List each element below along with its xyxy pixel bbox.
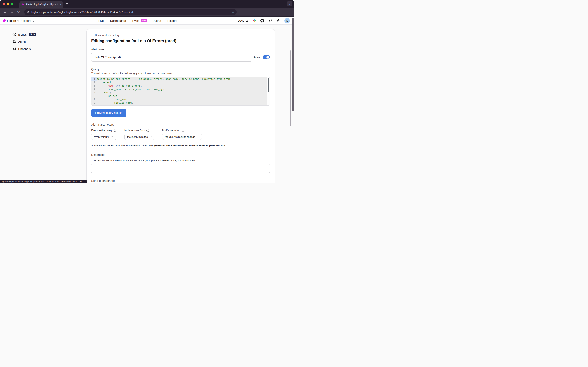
back-icon[interactable]: ←: [3, 10, 6, 14]
active-toggle[interactable]: [263, 55, 270, 59]
close-window-button[interactable]: [3, 3, 5, 5]
logfire-logo-icon: [2, 19, 6, 23]
forward-icon[interactable]: →: [10, 10, 13, 14]
code-lines: 1select round(num_errors, -2) as approx_…: [91, 77, 270, 106]
traffic-lights: [3, 3, 13, 5]
alert-edit-panel: Back to alerts history Editing configura…: [86, 29, 275, 184]
browser-menu-icon[interactable]: ⋮: [289, 10, 292, 13]
breadcrumb: Logfire / logfire: [3, 17, 34, 25]
theme-toggle-sun-icon[interactable]: [269, 19, 272, 22]
include-rows-select[interactable]: the last 5 minutes: [124, 134, 154, 140]
sidebar-item-channels[interactable]: Channels: [12, 46, 57, 52]
nav-evals[interactable]: Evals beta: [132, 19, 147, 22]
tab-close-icon[interactable]: ✕: [60, 3, 62, 6]
logfire-favicon: [21, 3, 24, 6]
help-icon[interactable]: ?: [146, 129, 149, 132]
sidebar-item-label: Channels: [18, 47, 31, 50]
query-subtitle: You will be alerted when the following q…: [91, 72, 270, 75]
page-scrollbar-thumb[interactable]: [292, 18, 294, 111]
tab-title: Alerts · logfire/logfire · Pydant: [26, 3, 59, 6]
query-heading: Query: [91, 67, 270, 71]
bell-icon: [12, 40, 16, 43]
execute-query-select[interactable]: every minute: [91, 134, 117, 140]
nav-live[interactable]: Live: [98, 19, 104, 22]
description-textarea[interactable]: [91, 164, 270, 173]
nav-dashboards[interactable]: Dashboards: [110, 19, 126, 22]
alert-name-input[interactable]: Lots Of Errors (prod): [91, 53, 252, 62]
issues-seal-icon: [12, 33, 16, 36]
page-title: Editing configuration for Lots Of Errors…: [91, 39, 270, 43]
execute-query-param: Execute the query? every minute: [91, 129, 117, 140]
tab-search-chevron-icon[interactable]: ⌄: [287, 1, 292, 6]
org-selector-icon[interactable]: [17, 19, 19, 22]
notify-when-select[interactable]: the query's results change: [162, 134, 202, 140]
minimize-window-button[interactable]: [7, 3, 9, 5]
chevron-down-icon: [197, 136, 199, 138]
browser-titlebar: Alerts · logfire/logfire · Pydant ✕ + ⌄: [0, 0, 294, 8]
bookmark-star-icon[interactable]: ☆: [232, 10, 234, 14]
share-link-icon[interactable]: [276, 19, 280, 22]
notification-note: A notification will be sent to your webh…: [91, 144, 270, 147]
main-nav: Live Dashboards Evals beta Alerts Explor…: [98, 17, 177, 25]
toggle-knob: [266, 56, 270, 59]
include-rows-param: Include rows from? the last 5 minutes: [124, 129, 154, 140]
status-bar-url-tooltip: logfire-eu.pydantic.info/logfire/logfire…: [0, 180, 86, 184]
sidebar-item-label: Alerts: [18, 40, 26, 43]
breadcrumb-slash: /: [21, 19, 22, 22]
sidebar-item-label: Issues: [18, 33, 27, 36]
editor-scrollbar-track: [267, 77, 270, 106]
page-content: Issues Beta Alerts Channels Back to aler…: [0, 25, 294, 184]
preview-query-results-button[interactable]: Preview query results: [91, 109, 126, 117]
sidebar: Issues Beta Alerts Channels: [12, 32, 57, 53]
megaphone-icon: [12, 47, 16, 51]
sidebar-item-alerts[interactable]: Alerts: [12, 39, 57, 44]
browser-toolbar: ← → ↻ logfire-eu.pydantic.info/logfire/l…: [0, 8, 294, 17]
new-tab-button[interactable]: +: [66, 1, 68, 6]
back-arrow-icon: [91, 34, 94, 36]
external-link-icon: [245, 19, 248, 22]
slack-icon[interactable]: [253, 19, 256, 22]
nav-explore[interactable]: Explore: [167, 19, 177, 22]
site-info-icon[interactable]: [27, 11, 30, 14]
url-bar[interactable]: logfire-eu.pydantic.info/logfire/logfire…: [24, 9, 237, 15]
url-text[interactable]: logfire-eu.pydantic.info/logfire/logfire…: [32, 11, 232, 14]
help-icon[interactable]: ?: [114, 129, 117, 132]
description-heading: Description: [91, 153, 270, 157]
zoom-window-button[interactable]: [11, 3, 13, 5]
org-switcher[interactable]: Logfire: [7, 19, 16, 22]
alert-parameters-row: Execute the query? every minute Include …: [91, 129, 270, 140]
docs-link[interactable]: Docs: [238, 19, 248, 22]
notify-when-param: Notify me when? the query's results chan…: [162, 129, 202, 140]
editor-scrollbar-thumb[interactable]: [268, 77, 269, 92]
project-selector-icon[interactable]: [33, 19, 34, 22]
chevron-down-icon: [150, 136, 152, 138]
description-helper: This text will be included in notificati…: [91, 159, 270, 162]
active-label: Active: [253, 56, 261, 59]
help-icon[interactable]: ?: [182, 129, 184, 132]
user-avatar[interactable]: L: [284, 18, 290, 23]
evals-beta-badge: beta: [141, 19, 147, 22]
alert-name-label: Alert name: [91, 48, 270, 51]
app-header: Logfire / logfire Live Dashboards Evals …: [0, 17, 294, 25]
header-actions: Docs L: [238, 17, 290, 25]
content-scrollbar-thumb[interactable]: [290, 50, 291, 126]
project-switcher[interactable]: logfire: [23, 19, 31, 22]
alert-parameters-heading: Alert Parameters: [91, 123, 270, 126]
channels-heading: Send to channel(s): [91, 179, 270, 183]
back-to-alerts-link[interactable]: Back to alerts history: [91, 33, 270, 36]
text-cursor: [121, 55, 121, 59]
issues-beta-badge: Beta: [29, 33, 36, 36]
github-icon[interactable]: [260, 19, 264, 23]
browser-tab[interactable]: Alerts · logfire/logfire · Pydant ✕: [19, 1, 63, 8]
sql-query-editor[interactable]: 1select round(num_errors, -2) as approx_…: [91, 76, 270, 106]
reload-icon[interactable]: ↻: [17, 10, 20, 14]
nav-alerts[interactable]: Alerts: [153, 19, 161, 22]
chevron-down-icon: [111, 136, 113, 138]
sidebar-item-issues[interactable]: Issues Beta: [12, 32, 57, 37]
